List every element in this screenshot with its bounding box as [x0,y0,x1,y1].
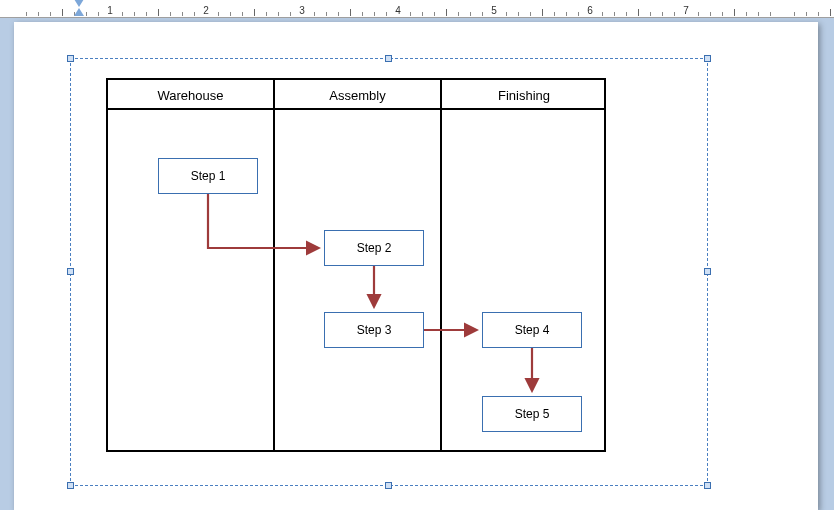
lane-label-warehouse: Warehouse [108,80,273,110]
swimlane-diagram[interactable]: Warehouse Assembly Finishing Step 1 Step… [106,78,606,452]
hanging-indent-marker[interactable] [74,8,84,16]
resize-handle-bottom-right[interactable] [704,482,711,489]
ruler-number: 1 [104,5,116,16]
step-label: Step 2 [357,241,392,255]
step-label: Step 4 [515,323,550,337]
lane-separator [273,80,275,450]
ruler-number: 3 [296,5,308,16]
step-3[interactable]: Step 3 [324,312,424,348]
lane-label-finishing: Finishing [442,80,606,110]
step-1[interactable]: Step 1 [158,158,258,194]
resize-handle-top-left[interactable] [67,55,74,62]
step-2[interactable]: Step 2 [324,230,424,266]
resize-handle-top-mid[interactable] [385,55,392,62]
resize-handle-top-right[interactable] [704,55,711,62]
resize-handle-mid-right[interactable] [704,268,711,275]
resize-handle-mid-left[interactable] [67,268,74,275]
step-4[interactable]: Step 4 [482,312,582,348]
document-page[interactable]: Warehouse Assembly Finishing Step 1 Step… [14,22,818,510]
ruler-number: 5 [488,5,500,16]
first-line-indent-marker[interactable] [74,0,84,7]
step-label: Step 1 [191,169,226,183]
resize-handle-bottom-left[interactable] [67,482,74,489]
ruler-number: 2 [200,5,212,16]
step-label: Step 5 [515,407,550,421]
step-label: Step 3 [357,323,392,337]
step-5[interactable]: Step 5 [482,396,582,432]
ruler-number: 6 [584,5,596,16]
lane-separator [440,80,442,450]
resize-handle-bottom-mid[interactable] [385,482,392,489]
ruler-number: 4 [392,5,404,16]
ruler-number: 7 [680,5,692,16]
horizontal-ruler[interactable]: 1234567 [0,0,834,18]
lane-label-assembly: Assembly [275,80,440,110]
